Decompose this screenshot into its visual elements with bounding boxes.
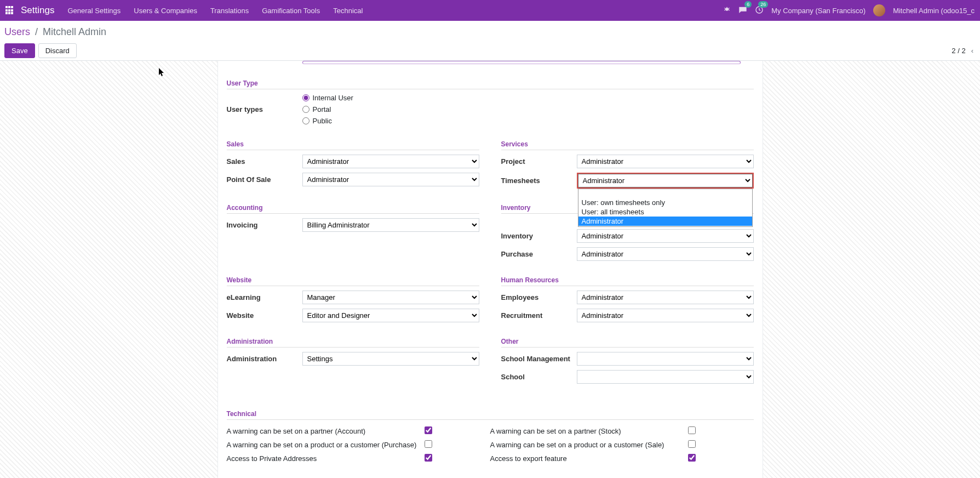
label-recruitment: Recruitment	[501, 311, 577, 320]
nav-technical[interactable]: Technical	[333, 7, 363, 15]
section-user-type: User Type	[227, 79, 754, 89]
label-pos: Point Of Sale	[227, 175, 302, 184]
radio-internal-user-label: Internal User	[313, 94, 353, 102]
label-school-mgmt: School Management	[501, 355, 577, 363]
nav-gamification[interactable]: Gamification Tools	[262, 7, 320, 15]
tech-row-0: A warning can be set on a partner (Accou…	[227, 424, 754, 438]
label-website: Website	[227, 311, 302, 320]
radio-portal-input[interactable]	[302, 106, 310, 113]
checkbox-export[interactable]	[688, 454, 696, 462]
pager-text[interactable]: 2 / 2	[952, 47, 965, 55]
label-employees: Employees	[501, 293, 577, 301]
label-purchase: Purchase	[501, 250, 577, 258]
checkbox-product-sale[interactable]	[688, 440, 696, 448]
select-recruitment[interactable]: Administrator	[577, 309, 754, 322]
breadcrumb-users[interactable]: Users	[4, 26, 30, 37]
form-background: User Type User types Internal User Porta…	[0, 61, 980, 478]
nav-translations[interactable]: Translations	[210, 7, 249, 15]
select-school-mgmt[interactable]	[577, 352, 754, 366]
breadcrumb-separator: /	[35, 26, 38, 37]
user-menu[interactable]: Mitchell Admin (odoo15_c	[893, 7, 975, 15]
label-school: School	[501, 373, 577, 381]
radio-internal-user[interactable]: Internal User	[302, 94, 754, 102]
nav-users-companies[interactable]: Users & Companies	[134, 7, 197, 15]
section-technical: Technical	[227, 410, 754, 420]
radio-portal-label: Portal	[313, 105, 331, 113]
select-timesheets[interactable]: Administrator	[578, 174, 753, 187]
tech-label-partner-stock: A warning can be set on a partner (Stock…	[490, 427, 688, 435]
debug-icon[interactable]	[723, 6, 731, 15]
tech-label-partner-account: A warning can be set on a partner (Accou…	[227, 427, 425, 435]
radio-portal[interactable]: Portal	[302, 105, 754, 113]
tech-row-1: A warning can be set on a product or a c…	[227, 438, 754, 452]
app-title[interactable]: Settings	[21, 5, 54, 16]
svg-point-0	[725, 7, 729, 10]
radio-internal-user-input[interactable]	[302, 94, 310, 101]
activities-badge: 26	[758, 1, 768, 8]
radio-public[interactable]: Public	[302, 117, 754, 125]
section-services: Services	[501, 140, 754, 150]
checkbox-partner-stock[interactable]	[688, 426, 696, 434]
breadcrumb: Users / Mitchell Admin	[4, 26, 976, 38]
tech-label-product-purchase: A warning can be set on a product or a c…	[227, 441, 425, 449]
timesheets-option-own[interactable]: User: own timesheets only	[578, 198, 752, 207]
radio-public-input[interactable]	[302, 117, 310, 124]
select-administration[interactable]: Settings	[302, 352, 479, 366]
select-employees[interactable]: Administrator	[577, 291, 754, 304]
select-elearning[interactable]: Manager	[302, 291, 479, 304]
radio-public-label: Public	[313, 117, 332, 125]
tech-label-private-addr: Access to Private Addresses	[227, 454, 425, 463]
label-invoicing: Invoicing	[227, 221, 302, 229]
pager-prev-icon[interactable]: ‹	[969, 45, 976, 56]
checkbox-private-addr[interactable]	[425, 454, 432, 462]
label-inventory: Inventory	[501, 232, 577, 240]
timesheets-option-all[interactable]: User: all timesheets	[578, 207, 752, 217]
select-inventory[interactable]: Administrator	[577, 229, 754, 243]
discard-button[interactable]: Discard	[38, 43, 77, 58]
tech-label-export: Access to export feature	[490, 454, 688, 463]
section-sales: Sales	[227, 140, 479, 150]
checkbox-partner-account[interactable]	[425, 426, 432, 434]
select-invoicing[interactable]: Billing Administrator	[302, 218, 479, 232]
save-button[interactable]: Save	[4, 43, 35, 58]
section-other: Other	[501, 338, 754, 348]
checkbox-product-purchase[interactable]	[425, 440, 432, 448]
label-user-types: User types	[227, 105, 302, 113]
form-sheet: User Type User types Internal User Porta…	[217, 61, 763, 478]
breadcrumb-current: Mitchell Admin	[43, 26, 106, 37]
timesheets-option-blank[interactable]	[578, 190, 752, 198]
technical-rows: A warning can be set on a partner (Accou…	[227, 424, 754, 465]
label-project: Project	[501, 157, 577, 166]
tech-label-product-sale: A warning can be set on a product or a c…	[490, 441, 688, 449]
select-school[interactable]	[577, 370, 754, 384]
activities-icon[interactable]: 26	[755, 5, 764, 16]
label-elearning: eLearning	[227, 293, 302, 301]
alert-bar-remnant	[302, 61, 741, 64]
avatar[interactable]	[873, 4, 885, 16]
label-timesheets: Timesheets	[501, 177, 577, 185]
section-accounting: Accounting	[227, 204, 479, 214]
messages-icon[interactable]: 6	[738, 5, 747, 16]
timesheets-dropdown-list: User: own timesheets only User: all time…	[578, 189, 753, 227]
section-hr: Human Resources	[501, 276, 754, 286]
company-switcher[interactable]: My Company (San Francisco)	[771, 7, 866, 15]
topbar: Settings General Settings Users & Compan…	[0, 0, 980, 21]
action-bar: Users / Mitchell Admin Save Discard 2 / …	[0, 21, 980, 61]
messages-badge: 6	[744, 1, 752, 8]
select-website[interactable]: Editor and Designer	[302, 309, 479, 322]
section-website: Website	[227, 276, 479, 286]
select-pos[interactable]: Administrator	[302, 173, 479, 186]
select-project[interactable]: Administrator	[577, 155, 754, 168]
label-administration: Administration	[227, 355, 302, 363]
section-admin: Administration	[227, 338, 479, 348]
label-sales: Sales	[227, 157, 302, 166]
nav-general-settings[interactable]: General Settings	[67, 7, 121, 15]
timesheets-highlight-box: Administrator User: own timesheets only …	[577, 173, 754, 189]
timesheets-option-admin[interactable]: Administrator	[578, 217, 752, 226]
tech-row-2: Access to Private Addresses Access to ex…	[227, 452, 754, 465]
select-sales[interactable]: Administrator	[302, 155, 479, 168]
apps-icon[interactable]	[5, 6, 14, 15]
select-purchase[interactable]: Administrator	[577, 247, 754, 261]
user-types-radio-group: Internal User Portal Public	[302, 94, 754, 125]
